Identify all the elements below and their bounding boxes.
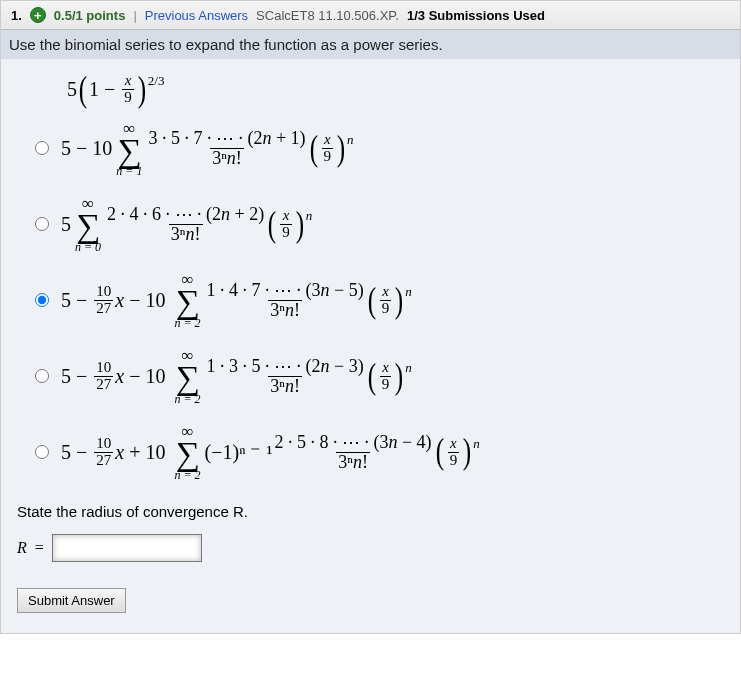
prompt-text: Use the binomial series to expand the fu… (1, 30, 740, 59)
submit-button[interactable]: Submit Answer (17, 588, 126, 613)
choice-radio[interactable] (35, 369, 49, 383)
given-expression: 5 ( 1 − x 9 ) 2/3 (67, 73, 724, 106)
choice-math: 5 − 1027x − 10 ∞∑n = 21 · 3 · 5 · ⋯ · (2… (61, 347, 412, 405)
expr-inner: 1 − (89, 78, 120, 101)
expr-num: x (125, 73, 132, 89)
radius-row: R = (17, 534, 724, 562)
choice-math: 5 − 1027x − 10 ∞∑n = 21 · 4 · 7 · ⋯ · (3… (61, 271, 412, 329)
choice-radio[interactable] (35, 293, 49, 307)
choice-math: 5 − 10∞∑n = 13 · 5 · 7 · ⋯ · (2n + 1)3ⁿn… (61, 120, 354, 178)
choice-radio[interactable] (35, 445, 49, 459)
choice-row[interactable]: 5 − 1027x − 10 ∞∑n = 21 · 4 · 7 · ⋯ · (3… (35, 271, 724, 329)
plus-icon[interactable]: + (30, 7, 46, 23)
choice-radio[interactable] (35, 217, 49, 231)
choice-radio[interactable] (35, 141, 49, 155)
expr-den: 9 (122, 89, 134, 106)
question-body: Use the binomial series to expand the fu… (1, 30, 740, 633)
choice-row[interactable]: 5∞∑n = 02 · 4 · 6 · ⋯ · (2n + 2)3ⁿn!(x9)… (35, 195, 724, 253)
choice-row[interactable]: 5 − 10∞∑n = 13 · 5 · 7 · ⋯ · (2n + 1)3ⁿn… (35, 120, 724, 178)
points-earned: 0.5/1 points (54, 8, 126, 23)
divider: | (133, 8, 136, 23)
choice-math: 5∞∑n = 02 · 4 · 6 · ⋯ · (2n + 2)3ⁿn!(x9)… (61, 195, 312, 253)
question-card: 1. + 0.5/1 points | Previous Answers SCa… (0, 0, 741, 634)
choice-math: 5 − 1027x + 10 ∞∑n = 2(−1)ⁿ ⁻ ¹2 · 5 · 8… (61, 423, 480, 481)
assignment-code: SCalcET8 11.10.506.XP. (256, 8, 399, 23)
radius-prompt: State the radius of convergence R. (17, 503, 724, 520)
expr-lead: 5 (67, 78, 77, 101)
expr-exponent: 2/3 (148, 73, 165, 89)
question-number: 1. (11, 8, 22, 23)
previous-answers-link[interactable]: Previous Answers (145, 8, 248, 23)
radius-label: R (17, 539, 27, 557)
equals-sign: = (35, 539, 44, 557)
submissions-used: 1/3 Submissions Used (407, 8, 545, 23)
choice-list: 5 − 10∞∑n = 13 · 5 · 7 · ⋯ · (2n + 1)3ⁿn… (17, 120, 724, 481)
choice-row[interactable]: 5 − 1027x − 10 ∞∑n = 21 · 3 · 5 · ⋯ · (2… (35, 347, 724, 405)
radius-input[interactable] (52, 534, 202, 562)
choice-row[interactable]: 5 − 1027x + 10 ∞∑n = 2(−1)ⁿ ⁻ ¹2 · 5 · 8… (35, 423, 724, 481)
question-header: 1. + 0.5/1 points | Previous Answers SCa… (1, 1, 740, 30)
